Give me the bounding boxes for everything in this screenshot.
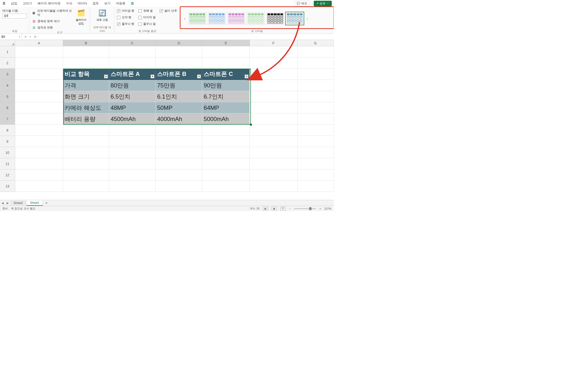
- table-style-2[interactable]: [208, 12, 226, 25]
- cell-G6[interactable]: [297, 102, 334, 114]
- cell-F9[interactable]: [250, 136, 297, 147]
- cell-C12[interactable]: [109, 169, 156, 181]
- cell-C4[interactable]: 80만원: [109, 80, 156, 91]
- row-header-10[interactable]: 10: [0, 147, 15, 158]
- cell-B11[interactable]: [63, 158, 109, 169]
- table-style-6[interactable]: [286, 12, 304, 25]
- zoom-slider[interactable]: [294, 208, 316, 209]
- cell-E13[interactable]: [202, 181, 250, 192]
- remove-dup-button[interactable]: ▤중복된 항목 제거: [32, 19, 72, 24]
- cell-C7[interactable]: 4500mAh: [109, 114, 156, 125]
- cell-E3[interactable]: 스마트폰 C▼: [202, 69, 250, 80]
- cell-E4[interactable]: 90만원: [202, 80, 250, 91]
- view-pagebreak[interactable]: 凹: [280, 207, 286, 211]
- cell-F7[interactable]: [250, 114, 297, 125]
- opt-banded-row[interactable]: 줄무늬 행: [117, 21, 135, 27]
- cell-G9[interactable]: [297, 136, 334, 147]
- cell-B7[interactable]: 배터리 용량: [63, 114, 109, 125]
- cell-A3[interactable]: [15, 69, 63, 80]
- cell-G10[interactable]: [297, 147, 334, 158]
- spinner-icon[interactable]: ▲▼: [19, 35, 20, 38]
- cell-A2[interactable]: [15, 57, 63, 69]
- cell-B13[interactable]: [63, 181, 109, 192]
- cell-D3[interactable]: 스마트폰 B▼: [156, 69, 202, 80]
- memo-button[interactable]: 💬 메모: [294, 1, 309, 6]
- filter-dropdown[interactable]: ▼: [197, 74, 201, 78]
- cell-G7[interactable]: [297, 114, 334, 125]
- convert-range-button[interactable]: ▥범위로 변환: [32, 25, 72, 30]
- cell-G2[interactable]: [297, 57, 334, 69]
- col-header-G[interactable]: G: [297, 40, 334, 46]
- tab-view[interactable]: 보기: [104, 0, 111, 7]
- cell-B3[interactable]: 비교 항목▼: [63, 69, 109, 80]
- cell-A1[interactable]: [15, 46, 63, 57]
- slicer-button[interactable]: 🗂️ 슬라이서 삽입: [75, 8, 87, 30]
- tab-table[interactable]: 표: [130, 0, 135, 7]
- share-button[interactable]: ↗ 공유 ﹀: [314, 1, 332, 6]
- cell-C2[interactable]: [109, 57, 156, 69]
- tab-review[interactable]: 검토: [92, 0, 99, 7]
- cell-C10[interactable]: [109, 147, 156, 158]
- zoom-level[interactable]: 227%: [325, 207, 331, 210]
- col-header-C[interactable]: C: [109, 40, 156, 46]
- cell-G5[interactable]: [297, 91, 334, 102]
- cell-F4[interactable]: [250, 80, 297, 91]
- tab-home[interactable]: 홈: [2, 0, 6, 7]
- cell-C11[interactable]: [109, 158, 156, 169]
- sheet-nav-prev[interactable]: ◀: [0, 201, 5, 205]
- cell-F3[interactable]: [250, 69, 297, 80]
- view-pagelayout[interactable]: ▣: [272, 207, 277, 211]
- cell-E2[interactable]: [202, 57, 250, 69]
- cell-E5[interactable]: 6.7인치: [202, 91, 250, 102]
- gallery-prev[interactable]: ‹: [183, 12, 187, 25]
- name-box[interactable]: B3 ▲▼: [0, 34, 22, 40]
- cell-C13[interactable]: [109, 181, 156, 192]
- cell-A10[interactable]: [15, 147, 63, 158]
- gallery-next[interactable]: ›: [305, 12, 309, 25]
- status-a11y[interactable]: ⚙ 접근성: 조사 필요: [11, 207, 35, 210]
- row-header-12[interactable]: 12: [0, 169, 15, 181]
- row-header-6[interactable]: 6: [0, 102, 15, 114]
- tab-auto[interactable]: 자동화: [116, 0, 126, 7]
- cell-G1[interactable]: [297, 46, 334, 57]
- cell-G4[interactable]: [297, 80, 334, 91]
- cell-A11[interactable]: [15, 158, 63, 169]
- cell-D1[interactable]: [156, 46, 202, 57]
- cell-C9[interactable]: [109, 136, 156, 147]
- cell-A12[interactable]: [15, 169, 63, 181]
- cell-F2[interactable]: [250, 57, 297, 69]
- cell-E6[interactable]: 64MP: [202, 102, 250, 114]
- row-header-9[interactable]: 9: [0, 136, 15, 147]
- cell-E10[interactable]: [202, 147, 250, 158]
- cell-A8[interactable]: [15, 125, 63, 136]
- table-name-input[interactable]: [2, 14, 27, 19]
- table-style-5[interactable]: [266, 12, 284, 25]
- cell-E11[interactable]: [202, 158, 250, 169]
- row-header-1[interactable]: 1: [0, 46, 15, 57]
- cell-D13[interactable]: [156, 181, 202, 192]
- cell-B12[interactable]: [63, 169, 109, 181]
- cell-F1[interactable]: [250, 46, 297, 57]
- opt-filter-btn[interactable]: 필터 단추: [159, 8, 178, 13]
- cell-F6[interactable]: [250, 102, 297, 114]
- view-normal[interactable]: ▦: [263, 207, 268, 211]
- zoom-out[interactable]: −: [289, 207, 291, 210]
- row-header-13[interactable]: 13: [0, 181, 15, 192]
- cell-D7[interactable]: 4000mAh: [156, 114, 202, 125]
- cell-A4[interactable]: [15, 80, 63, 91]
- cell-B10[interactable]: [63, 147, 109, 158]
- filter-dropdown[interactable]: ▼: [104, 74, 108, 78]
- col-header-E[interactable]: E: [202, 40, 250, 46]
- cell-C8[interactable]: [109, 125, 156, 136]
- confirm-icon[interactable]: ✓: [29, 35, 32, 39]
- cell-B1[interactable]: [63, 46, 109, 57]
- row-header-2[interactable]: 2: [0, 57, 15, 69]
- cell-B9[interactable]: [63, 136, 109, 147]
- opt-first-col[interactable]: 첫째 열: [138, 8, 156, 13]
- cell-F8[interactable]: [250, 125, 297, 136]
- col-header-F[interactable]: F: [250, 40, 297, 46]
- cell-G3[interactable]: [297, 69, 334, 80]
- col-header-D[interactable]: D: [156, 40, 202, 46]
- cell-A7[interactable]: [15, 114, 63, 125]
- cell-G12[interactable]: [297, 169, 334, 181]
